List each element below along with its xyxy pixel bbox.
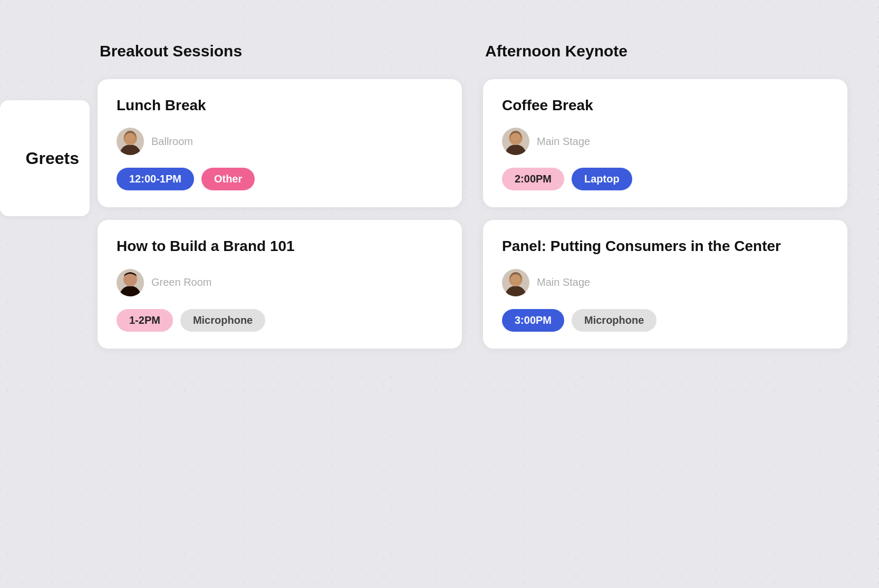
panel-meta: Main Stage	[502, 269, 828, 296]
svg-point-11	[505, 286, 526, 296]
panel-location: Main Stage	[537, 276, 590, 288]
breakout-column-title: Breakout Sessions	[98, 42, 462, 60]
greets-card: Greets	[0, 100, 90, 216]
left-partial-panel: Greets	[0, 42, 98, 349]
coffee-break-meta: Main Stage	[502, 128, 828, 155]
brand-101-time-tag[interactable]: 1-2PM	[117, 309, 173, 332]
svg-point-7	[505, 144, 526, 155]
coffee-break-time-tag[interactable]: 2:00PM	[502, 168, 564, 190]
lunch-break-location: Ballroom	[151, 136, 193, 148]
lunch-break-card: Lunch Break Ballroom 12:00-1PM Othe	[98, 79, 462, 207]
brand-101-meta: Green Room	[117, 269, 443, 296]
panel-tags: 3:00PM Microphone	[502, 309, 828, 332]
coffee-break-tags: 2:00PM Laptop	[502, 168, 828, 190]
svg-point-3	[125, 133, 136, 142]
lunch-break-tags: 12:00-1PM Other	[117, 168, 443, 190]
coffee-break-type-tag[interactable]: Laptop	[572, 168, 632, 190]
lunch-break-type-tag[interactable]: Other	[201, 168, 255, 190]
main-columns: Breakout Sessions Lunch Break Ballroom	[98, 42, 879, 349]
lunch-break-avatar	[117, 128, 144, 155]
lunch-break-meta: Ballroom	[117, 128, 443, 155]
breakout-column: Breakout Sessions Lunch Break Ballroom	[98, 42, 462, 349]
svg-point-0	[120, 144, 141, 155]
brand-101-tags: 1-2PM Microphone	[117, 309, 443, 332]
panel-type-tag[interactable]: Microphone	[572, 309, 656, 332]
greets-title: Greets	[26, 149, 79, 168]
brand-101-location: Green Room	[151, 276, 212, 288]
lunch-break-title: Lunch Break	[117, 96, 443, 115]
brand-101-avatar	[117, 269, 144, 296]
panel-time-tag[interactable]: 3:00PM	[502, 309, 564, 332]
coffee-break-title: Coffee Break	[502, 96, 828, 115]
panel-avatar	[502, 269, 529, 296]
afternoon-column: Afternoon Keynote Coffee Break Main Stag…	[483, 42, 847, 349]
svg-point-10	[510, 133, 521, 142]
panel-card: Panel: Putting Consumers in the Center M…	[483, 220, 847, 348]
brand-101-card: How to Build a Brand 101 Green Room 1-2P…	[98, 220, 462, 348]
panel-title: Panel: Putting Consumers in the Center	[502, 237, 828, 256]
brand-101-type-tag[interactable]: Microphone	[180, 309, 265, 332]
svg-point-14	[510, 274, 521, 284]
lunch-break-time-tag[interactable]: 12:00-1PM	[117, 168, 194, 190]
brand-101-title: How to Build a Brand 101	[117, 237, 443, 256]
coffee-break-avatar	[502, 128, 529, 155]
afternoon-column-title: Afternoon Keynote	[483, 42, 847, 60]
svg-point-4	[120, 286, 141, 296]
coffee-break-location: Main Stage	[537, 136, 590, 148]
coffee-break-card: Coffee Break Main Stage 2:00PM Lapt	[483, 79, 847, 207]
